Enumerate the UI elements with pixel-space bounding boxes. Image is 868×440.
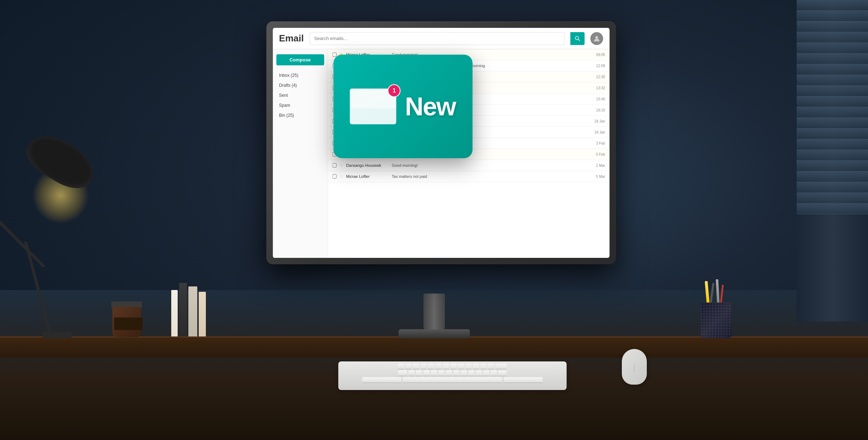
sidebar-item-spam[interactable]: Spam: [276, 101, 324, 110]
key-backspace[interactable]: [495, 364, 507, 369]
email-time: 5 Mar: [596, 175, 605, 179]
compose-button[interactable]: Compose: [276, 54, 324, 65]
new-label: New: [405, 92, 456, 121]
key[interactable]: [458, 364, 464, 369]
key[interactable]: [435, 364, 442, 369]
blind-strip: [797, 118, 868, 129]
sidebar-item-bin[interactable]: Bin (25): [276, 111, 324, 120]
email-time: 2 Mar: [596, 164, 605, 168]
monitor: Email: [266, 21, 616, 264]
blind-strip: [797, 75, 868, 86]
book-2: [179, 283, 187, 336]
blind-strip: [797, 11, 868, 21]
svg-point-2: [595, 36, 598, 39]
key-spacebar[interactable]: [402, 377, 502, 383]
email-checkbox[interactable]: [332, 163, 336, 168]
key[interactable]: [483, 370, 489, 376]
email-time: 12:30: [596, 75, 605, 79]
notification-overlay: 1 New: [333, 55, 472, 158]
email-time: 16:10: [596, 108, 605, 112]
svg-line-1: [578, 39, 579, 41]
key[interactable]: [453, 370, 460, 376]
key[interactable]: [431, 370, 437, 376]
envelope-icon: 1: [350, 89, 396, 124]
key[interactable]: [450, 364, 457, 369]
mouse[interactable]: [622, 349, 647, 385]
book-3: [188, 286, 197, 336]
keyboard-row-1: [340, 364, 564, 369]
sidebar-nav: Inbox (25) Drafts (4) Sent Spam: [276, 71, 324, 120]
key[interactable]: [420, 364, 427, 369]
key-space-right[interactable]: [503, 377, 543, 383]
email-time: 13:32: [596, 86, 605, 90]
blind-strip: [797, 64, 868, 75]
key[interactable]: [423, 370, 430, 376]
key[interactable]: [480, 364, 487, 369]
email-row[interactable]: ☆ Micrae Lofller Tax matters not paid 5 …: [328, 171, 609, 182]
key[interactable]: [461, 370, 467, 376]
email-time: 12:08: [596, 64, 605, 68]
star-icon[interactable]: ☆: [339, 174, 343, 179]
pencil-cup: [700, 292, 732, 338]
email-sender: Micrae Lofller: [346, 174, 389, 179]
lamp-base: [43, 332, 71, 338]
user-avatar[interactable]: [590, 32, 603, 45]
key[interactable]: [428, 364, 434, 369]
keyboard-row-3: [340, 377, 564, 383]
blind-strip: [797, 21, 868, 32]
blind-strip: [797, 107, 868, 118]
search-button[interactable]: [570, 32, 584, 45]
email-time: 18 Jan: [594, 119, 605, 123]
coffee-cup: [111, 298, 143, 337]
keyboard: [338, 361, 567, 390]
email-checkbox[interactable]: [332, 174, 336, 179]
blind-strip: [797, 204, 868, 214]
blind-strip: [797, 96, 868, 107]
star-icon[interactable]: ☆: [339, 163, 343, 168]
key[interactable]: [405, 364, 412, 369]
key[interactable]: [416, 370, 422, 376]
key[interactable]: [491, 370, 497, 376]
cup-container: [701, 302, 732, 338]
sidebar-item-inbox[interactable]: Inbox (25): [276, 71, 324, 80]
desk-lamp: [21, 131, 171, 338]
blind-strip: [797, 193, 868, 204]
blind-strip: [797, 129, 868, 139]
key-space[interactable]: [362, 377, 401, 383]
book-4: [199, 292, 206, 336]
key[interactable]: [476, 370, 482, 376]
email-row[interactable]: ☆ Dansangu Housewk Good morning! 2 Mar: [328, 160, 609, 171]
book-1: [171, 290, 178, 336]
key[interactable]: [438, 370, 445, 376]
email-checkbox[interactable]: [332, 52, 336, 57]
key[interactable]: [398, 364, 404, 369]
blind-strip: [797, 0, 868, 11]
key[interactable]: [473, 364, 479, 369]
email-time: 18 Jan: [594, 130, 605, 134]
key[interactable]: [413, 364, 419, 369]
key[interactable]: [488, 364, 494, 369]
blind-strip: [797, 171, 868, 182]
monitor-stand-base: [399, 329, 470, 338]
key[interactable]: [443, 364, 449, 369]
blind-strip: [797, 161, 868, 171]
email-header: Email: [273, 28, 609, 49]
key-tab[interactable]: [398, 370, 407, 376]
app-title: Email: [279, 33, 304, 44]
blind-strip: [797, 54, 868, 64]
key[interactable]: [498, 370, 507, 376]
blind-strip: [797, 150, 868, 161]
cup-body: [112, 307, 141, 337]
key[interactable]: [408, 370, 415, 376]
email-time: 5 Feb: [596, 152, 605, 156]
blind-strip: [797, 139, 868, 150]
monitor-stand-neck: [423, 294, 445, 329]
search-input[interactable]: [309, 32, 564, 45]
sidebar-item-drafts[interactable]: Drafts (4): [276, 81, 324, 90]
key[interactable]: [468, 370, 474, 376]
monitor-frame: Email: [266, 21, 616, 264]
user-icon: [593, 35, 600, 42]
sidebar-item-sent[interactable]: Sent: [276, 91, 324, 100]
key[interactable]: [465, 364, 472, 369]
key[interactable]: [446, 370, 452, 376]
